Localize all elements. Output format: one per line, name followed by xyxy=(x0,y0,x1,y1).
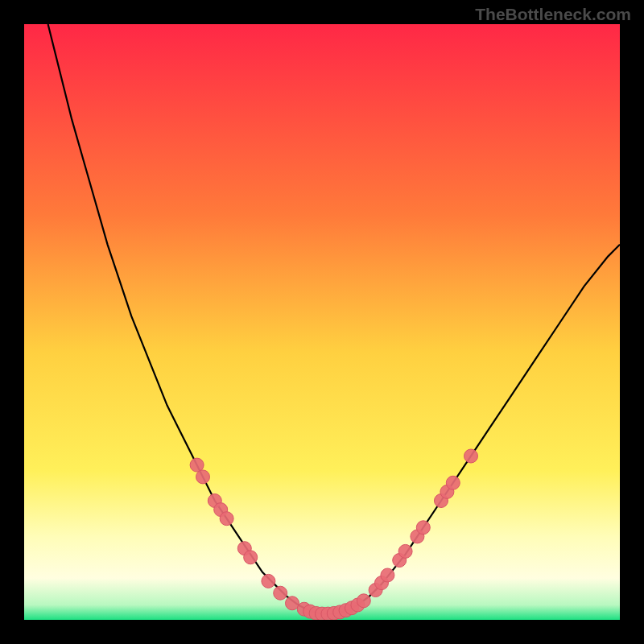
data-point-marker xyxy=(398,544,412,558)
gradient-background xyxy=(24,24,620,620)
data-point-marker xyxy=(196,470,210,484)
data-point-marker xyxy=(446,476,460,489)
data-point-marker xyxy=(464,449,478,463)
chart-container: TheBottleneck.com xyxy=(0,0,644,644)
chart-svg xyxy=(24,24,620,620)
data-point-marker xyxy=(220,512,233,526)
watermark-text: TheBottleneck.com xyxy=(475,5,631,24)
data-point-marker xyxy=(416,521,430,535)
data-point-marker xyxy=(381,568,394,582)
data-point-marker xyxy=(274,586,287,600)
data-point-marker xyxy=(244,551,258,564)
data-point-marker xyxy=(262,574,275,588)
data-point-marker xyxy=(357,594,370,608)
plot-area xyxy=(24,24,620,620)
